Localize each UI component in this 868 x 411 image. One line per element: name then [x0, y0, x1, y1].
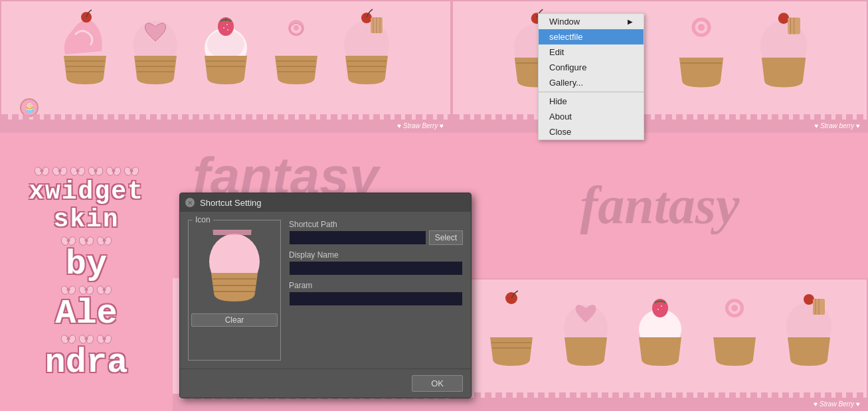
banner-footer-top-right: ♥ Straw berry ♥	[453, 120, 867, 131]
bow-decoration	[52, 166, 67, 175]
mid-right-panel: fantasy 🧁	[452, 133, 868, 278]
menu-item-gallery-label: Gallery...	[549, 78, 583, 88]
menu-item-configure[interactable]: Configure	[539, 60, 644, 75]
bow-decoration	[70, 166, 85, 175]
menu-item-hide[interactable]: Hide	[539, 94, 644, 109]
banner-footer-bottom-right: ♥ Straw Berry ♥	[453, 398, 867, 410]
bow-decoration	[88, 166, 103, 175]
cupcake-2	[122, 8, 189, 94]
display-name-row	[289, 261, 463, 276]
shortcut-path-label: Shortcut Path	[289, 220, 463, 229]
bow-row-4	[61, 334, 112, 343]
bow-row-3	[61, 285, 112, 294]
banner-footer-top-left: ♥ Straw Berry ♥	[1, 120, 450, 131]
dialog-footer: OK	[180, 369, 471, 398]
bow-decoration	[106, 166, 121, 175]
param-row	[289, 291, 463, 306]
svg-point-42	[661, 305, 662, 307]
footer-text-bottom-right: ♥ Straw Berry ♥	[814, 400, 860, 408]
subtitle-ndra: ndra	[45, 346, 128, 380]
menu-item-window-label: Window	[549, 17, 580, 27]
bow-decoration	[79, 236, 94, 245]
watermark-text: fantasy	[580, 175, 740, 236]
menu-item-hide-label: Hide	[549, 96, 567, 106]
display-name-group: Display Name	[289, 250, 463, 276]
text-area: xwidget skin by Ale ndra	[0, 133, 173, 411]
bow-decoration	[97, 285, 112, 294]
cupcake-tr-3	[661, 8, 741, 98]
dialog-titlebar: ✕ Shortcut Setting	[180, 193, 471, 212]
svg-point-14	[361, 13, 372, 23]
dialog-close-button[interactable]: ✕	[185, 198, 195, 207]
bow-decoration	[97, 334, 112, 343]
menu-item-edit[interactable]: Edit	[539, 44, 644, 60]
param-input[interactable]	[289, 291, 463, 306]
shortcut-path-group: Shortcut Path Select	[289, 220, 463, 245]
context-menu: Window ▶ selectfile Edit Configure Galle…	[538, 13, 644, 140]
menu-item-edit-label: Edit	[549, 47, 564, 57]
shortcut-path-row: Select	[289, 230, 463, 245]
icon-section: Icon Clear	[188, 220, 281, 361]
subtitle-ale: Ale	[55, 297, 118, 331]
bow-decoration	[61, 334, 76, 343]
menu-separator	[539, 92, 644, 92]
fields-section: Shortcut Path Select Display Name Param	[289, 220, 463, 361]
cupcake-5	[333, 8, 400, 94]
menu-item-window[interactable]: Window ▶	[539, 14, 644, 29]
title-xwidget: xwidget skin	[7, 178, 166, 234]
param-label: Param	[289, 281, 463, 290]
top-right-panel: 🧁 ♥ Straw berry ♥	[452, 0, 868, 133]
icon-group-box: Icon Clear	[188, 220, 281, 361]
menu-item-selectfile-label: selectfile	[549, 32, 583, 42]
icon-preview-cupcake	[195, 230, 274, 309]
cupcake-banner-top-right	[453, 1, 867, 98]
svg-point-30	[697, 24, 704, 31]
bow-decoration	[61, 285, 76, 294]
ok-button[interactable]: OK	[412, 375, 463, 392]
cupcake-1	[52, 8, 118, 94]
select-button[interactable]: Select	[429, 230, 463, 245]
stamp-row-bottom-right	[453, 392, 867, 398]
footer-text-top-left: ♥ Straw Berry ♥	[397, 122, 444, 129]
menu-item-about-label: About	[549, 112, 572, 122]
menu-item-configure-label: Configure	[549, 62, 586, 72]
arrow-right-icon: ▶	[628, 18, 633, 25]
menu-item-close-label: Close	[549, 127, 571, 137]
svg-point-41	[657, 309, 659, 310]
shortcut-dialog: ✕ Shortcut Setting Icon Clear	[179, 193, 472, 398]
dialog-title: Shortcut Setting	[200, 198, 262, 208]
shortcut-path-input[interactable]	[289, 230, 426, 245]
stamp-row-top-left	[1, 114, 450, 120]
cupcake-tr-4	[744, 8, 824, 98]
bow-decoration	[61, 236, 76, 245]
menu-item-selectfile[interactable]: selectfile	[539, 29, 644, 44]
menu-item-about[interactable]: About	[539, 109, 644, 124]
param-group: Param	[289, 281, 463, 306]
svg-point-48	[804, 294, 814, 305]
banner-footer-mid-bottom	[173, 399, 452, 411]
bow-decoration	[35, 166, 49, 175]
menu-item-gallery[interactable]: Gallery...	[539, 75, 644, 90]
bow-decoration	[79, 334, 94, 343]
subtitle-by: by	[66, 248, 107, 282]
cupcake-3	[193, 8, 259, 94]
cupcake-br-5	[772, 289, 845, 376]
display-name-label: Display Name	[289, 250, 463, 260]
bow-decoration	[97, 236, 112, 245]
icon-group-label: Icon	[193, 215, 213, 224]
svg-point-8	[227, 29, 228, 31]
bow-decoration	[79, 285, 94, 294]
svg-point-7	[226, 24, 228, 25]
bow-row-2	[61, 236, 112, 245]
bottom-right-panel: ♥ Straw Berry ♥	[452, 278, 868, 411]
display-name-input[interactable]	[289, 261, 463, 276]
cupcake-banner-bottom-right	[453, 280, 867, 376]
cupcake-banner-top-left	[1, 1, 450, 101]
menu-item-close[interactable]: Close	[539, 124, 644, 139]
cupcake-br-2	[549, 289, 622, 376]
cupcake-br-3	[624, 289, 697, 376]
top-left-panel: 🧁 ♥ Straw Berry ♥	[0, 0, 452, 133]
clear-button[interactable]: Clear	[191, 313, 278, 327]
stamp-row-top-right	[453, 114, 867, 120]
bow-decoration	[124, 166, 139, 175]
